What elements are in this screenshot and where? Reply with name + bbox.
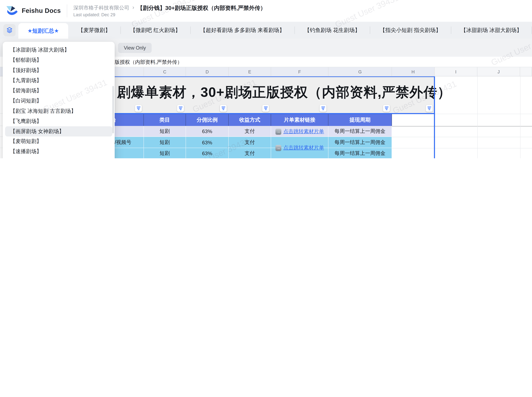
filter-icon[interactable] [220, 105, 227, 112]
sheet-tabs: 【麦芽微剧】【微剧吧 红火剧场】【超好看剧场 多多剧场 来看剧场】【钓鱼剧场 花… [68, 22, 532, 39]
breadcrumb: 深圳市格子科技有限公司 › 【剧分钱】30+剧场正版授权（内部资料,严禁外传） … [73, 5, 266, 17]
gridline [520, 76, 520, 158]
formula-bar-text: 版授权（内部资料,严禁外传） [115, 57, 182, 67]
column-letter-cell[interactable] [520, 67, 532, 76]
material-link-text[interactable]: 点击跳转素材片单 [283, 128, 324, 135]
sheet-list-button[interactable] [3, 24, 16, 36]
doc-title: 【剧分钱】30+剧场正版授权（内部资料,严禁外传） [137, 5, 266, 11]
cell-payout: 支付 [229, 126, 271, 137]
cell-period: 每周一结算上一周佣金 [328, 137, 392, 148]
column-letter-E[interactable]: E [229, 67, 271, 76]
gridline [435, 114, 532, 114]
last-updated: Last updated: Dec 29 [73, 12, 266, 17]
header-cell-提现周期: 提现周期 [328, 114, 392, 126]
sheet-tab[interactable]: 【指尖小短剧 指尖剧场】 [370, 22, 451, 39]
feishu-docs-app: Feishu Docs 深圳市格子科技有限公司 › 【剧分钱】30+剧场正版授权… [0, 0, 532, 158]
gridline [477, 76, 478, 158]
sheet-menu-item[interactable]: 【速播剧场】 [3, 147, 115, 157]
breadcrumb-company[interactable]: 深圳市格子科技有限公司 [73, 5, 129, 11]
sheet-menu-item[interactable]: 【飞鹰剧场】 [3, 116, 115, 126]
cell-payout: 支付 [229, 137, 271, 148]
header-cell-片单素材链接: 片单素材链接 [271, 114, 328, 126]
cell-category: 短剧 [144, 148, 186, 158]
sheet-tab[interactable]: 【钓鱼剧场 花生剧场】 [295, 22, 370, 39]
cell-period: 每周一结算上一周佣金 [328, 148, 392, 158]
header-cell-收益方式: 收益方式 [229, 114, 271, 126]
filter-icon[interactable] [320, 105, 326, 112]
filter-icon[interactable] [262, 105, 269, 112]
cell-category: 短剧 [144, 126, 186, 137]
sheet-menu-item[interactable]: 【郁郁剧场】 [3, 55, 115, 65]
app-header: Feishu Docs 深圳市格子科技有限公司 › 【剧分钱】30+剧场正版授权… [0, 0, 532, 22]
column-letter-F[interactable]: F [271, 67, 328, 76]
sheet-list-dropdown: 【冰甜剧场 冰甜大剧场】【郁郁剧场】【顶好剧场】【九霄剧场】【碧海剧场】【白词短… [3, 42, 115, 158]
material-link-merged[interactable]: →点击跳转素材片单 [271, 137, 328, 158]
logo-text: Feishu Docs [22, 7, 61, 15]
sheet-menu-item[interactable]: 【剧宝 冰海短剧 古言剧场】 [3, 106, 115, 116]
filter-icon[interactable] [426, 105, 433, 112]
view-only-badge: View Only [118, 43, 152, 53]
header-cell-分佣比例: 分佣比例 [186, 114, 229, 126]
column-letter-D[interactable]: D [186, 67, 229, 76]
feishu-logo-icon [6, 6, 18, 16]
sheet-menu-item[interactable]: 【白词短剧】 [3, 96, 115, 106]
jump-arrow-icon: → [275, 129, 281, 134]
filter-icon[interactable] [383, 105, 390, 112]
sheet-tab[interactable]: 【麦芽微剧】 [68, 22, 120, 39]
jump-arrow-icon: → [275, 145, 281, 151]
sheet-menu-item[interactable]: 【碧海剧场】 [3, 86, 115, 96]
column-letter-J[interactable]: J [477, 67, 520, 76]
column-letter-H[interactable]: H [392, 67, 435, 76]
selection-border-right [434, 76, 435, 158]
cell-payout: 支付 [229, 148, 271, 158]
cell-commission: 63% [186, 137, 229, 148]
header-cell-类目: 类目 [144, 114, 186, 126]
sheet-title-text: 剧爆单素材，30+剧场正版授权（内部资料,严禁外传） [117, 76, 451, 106]
material-link-text[interactable]: 点击跳转素材片单 [283, 145, 324, 151]
gridline [392, 148, 532, 149]
sheet-menu-item[interactable]: 【顶好剧场】 [3, 65, 115, 75]
column-letter-G[interactable]: G [328, 67, 392, 76]
sheet-menu-item[interactable]: 【画屏剧场 女神剧场】 [5, 126, 112, 136]
sheet-menu-item[interactable]: 【麦萌短剧】 [3, 136, 115, 147]
sheet-tab[interactable]: 【超好看剧场 多多剧场 来看剧场】 [190, 22, 295, 39]
sheet-tab-bar: ★短剧汇总★ 【麦芽微剧】【微剧吧 红火剧场】【超好看剧场 多多剧场 来看剧场】… [0, 22, 532, 39]
filter-icon[interactable] [177, 105, 184, 112]
layers-icon [6, 27, 13, 34]
tab-active-summary[interactable]: ★短剧汇总★ [18, 23, 68, 39]
sheet-tab[interactable]: 【微剧吧 红火剧场】 [120, 22, 190, 39]
header-divider [67, 5, 67, 17]
column-letter-C[interactable]: C [144, 67, 186, 76]
sheet-menu-item[interactable]: 【风行短剧】 [3, 157, 115, 158]
sheet-menu-item[interactable]: 【冰甜剧场 冰甜大剧场】 [3, 45, 115, 55]
cell-period: 每周一结算上一周佣金 [328, 126, 392, 137]
cell-category: 短剧 [144, 137, 186, 148]
cell-commission: 63% [186, 148, 229, 158]
tab-active-label: ★短剧汇总★ [27, 27, 59, 35]
sheet-tab[interactable]: 【冰甜剧场 冰甜大剧场】 [451, 22, 532, 39]
filter-icon[interactable] [135, 105, 142, 112]
column-letter-I[interactable]: I [435, 67, 477, 76]
sheet-menu-item[interactable]: 【九霄剧场】 [3, 75, 115, 86]
cell-commission: 63% [186, 126, 229, 137]
material-link[interactable]: →点击跳转素材片单 [271, 126, 328, 137]
dropdown-scrollbar[interactable] [112, 86, 114, 133]
breadcrumb-chevron-icon: › [132, 4, 134, 11]
gridline [392, 137, 532, 137]
